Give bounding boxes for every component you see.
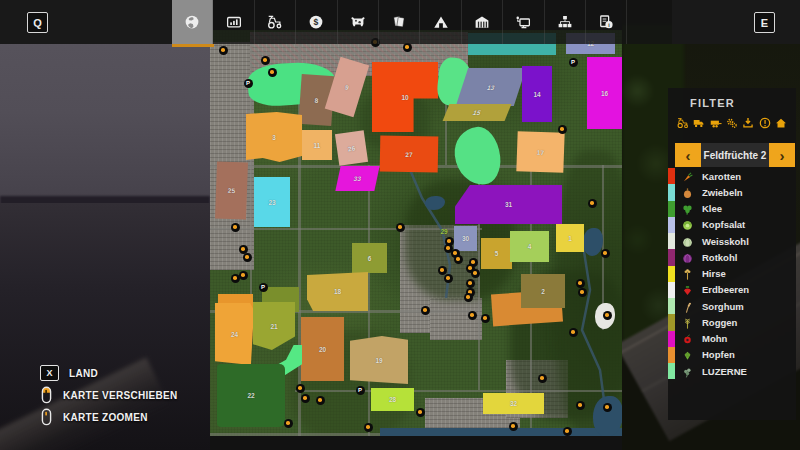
field-16: 16: [587, 57, 622, 129]
map-poi: [466, 279, 475, 288]
tab-statistics[interactable]: [213, 0, 254, 44]
tab-shed[interactable]: [420, 0, 461, 44]
crop-filter-mohn[interactable]: Mohn: [668, 331, 796, 347]
tab-vehicles[interactable]: [255, 0, 296, 44]
crop-filter-karotten[interactable]: Karotten: [668, 168, 796, 184]
hint-karte-zoomen: KARTE ZOOMEN: [40, 406, 178, 428]
field-33: 33: [335, 166, 379, 191]
filter-icon-download[interactable]: [741, 116, 755, 132]
crop-label: Mohn: [702, 333, 727, 344]
onion-icon: [681, 186, 694, 199]
field-11: 11: [302, 130, 332, 160]
field-18: 18: [307, 272, 368, 311]
filter-icon-truck[interactable]: [692, 116, 706, 132]
tab-relations[interactable]: [545, 0, 586, 44]
key-x: X: [40, 365, 59, 381]
tab-finances[interactable]: $: [296, 0, 337, 44]
tab-map[interactable]: [172, 0, 213, 44]
crop-label: Karotten: [702, 171, 741, 182]
field-24: 24: [215, 303, 254, 365]
field-13: 13: [456, 68, 526, 106]
crop-filter-roggen[interactable]: Roggen: [668, 314, 796, 330]
field-5: 5: [481, 238, 512, 269]
selector-label: Feldfrüchte 2: [701, 143, 769, 167]
field-2: 2: [521, 274, 565, 308]
lucerne-icon: [681, 365, 694, 378]
crop-filter-klee[interactable]: Klee: [668, 201, 796, 217]
hint-label: KARTE ZOOMEN: [63, 412, 148, 423]
crop-filter-erdbeeren[interactable]: Erdbeeren: [668, 282, 796, 298]
tab-computer[interactable]: [503, 0, 544, 44]
world-map[interactable]: 8931126101315271214161725233331302965412…: [210, 30, 622, 436]
water: [380, 428, 622, 436]
field-22: 22: [217, 364, 285, 427]
hint-label: LAND: [69, 368, 98, 379]
crop-color-bar: [668, 331, 675, 347]
map-poi: [438, 266, 447, 275]
key-q-button[interactable]: Q: [27, 12, 48, 33]
map-poi: [268, 68, 277, 77]
tab-help-info[interactable]: i: [586, 0, 627, 44]
filter-icon-warning[interactable]: [758, 116, 772, 132]
svg-text:$: $: [314, 17, 319, 27]
tab-contracts[interactable]: [379, 0, 420, 44]
rye-icon: [681, 316, 694, 329]
crop-label: Hopfen: [702, 349, 735, 360]
clover-icon: [681, 202, 694, 215]
map-poi: [576, 279, 585, 288]
map-poi: [301, 394, 310, 403]
crop-filter-kopfsalat[interactable]: Kopfsalat: [668, 217, 796, 233]
crop-filter-hopfen[interactable]: Hopfen: [668, 347, 796, 363]
map-poi: [444, 274, 453, 283]
cabbage_r-icon: [681, 251, 694, 264]
hint-land: XLAND: [40, 362, 178, 384]
field-23: 23: [254, 177, 290, 227]
crop-filter-hirse[interactable]: Hirse: [668, 266, 796, 282]
game-screen: { "topbar": { "left_key": "Q", "right_ke…: [0, 0, 800, 450]
selector-prev-button[interactable]: ‹: [675, 143, 701, 167]
crop-color-bar: [668, 217, 675, 233]
map-poi: [219, 46, 228, 55]
crop-filter-zwiebeln[interactable]: Zwiebeln: [668, 184, 796, 200]
map-poi: [261, 56, 270, 65]
map-poi: [396, 223, 405, 232]
map-poi: [468, 311, 477, 320]
menu-tabs: $i: [172, 0, 627, 44]
field-17: 17: [516, 131, 564, 173]
filter-icon-tractor[interactable]: [676, 116, 690, 132]
crop-color-bar: [668, 184, 675, 200]
hint-karte-verschieben: KARTE VERSCHIEBEN: [40, 384, 178, 406]
map-poi: [578, 288, 587, 297]
carrot-icon: [681, 170, 694, 183]
map-poi: [464, 293, 473, 302]
field-3: 3: [246, 112, 302, 162]
map-poi: [576, 401, 585, 410]
map-poi: [558, 125, 567, 134]
crop-filter-weisskohl[interactable]: Weisskohl: [668, 233, 796, 249]
crop-label: LUZERNE: [702, 366, 747, 377]
filter-icon-trailer[interactable]: [709, 116, 723, 132]
key-e-button[interactable]: E: [754, 12, 775, 33]
tab-animals[interactable]: [338, 0, 379, 44]
map-poi: [231, 223, 240, 232]
selector-next-button[interactable]: ›: [769, 143, 795, 167]
strawberry-icon: [681, 283, 694, 296]
crop-filter-luzerne[interactable]: LUZERNE: [668, 363, 796, 379]
filter-icon-gears[interactable]: [725, 116, 739, 132]
map-poi: [296, 384, 305, 393]
poppy-icon: [681, 332, 694, 345]
map-poi: [538, 374, 547, 383]
filter-icon-house[interactable]: [774, 116, 788, 132]
crop-filter-rotkohl[interactable]: Rotkohl: [668, 249, 796, 265]
crop-label: Weisskohl: [702, 236, 749, 247]
tab-production[interactable]: [462, 0, 503, 44]
field-32: 32: [483, 393, 544, 414]
crop-label: Hirse: [702, 268, 726, 279]
map-poi: P: [569, 58, 578, 67]
field-19: 19: [350, 336, 408, 384]
millet-icon: [681, 267, 694, 280]
crop-color-bar: [668, 347, 675, 363]
crop-color-bar: [668, 168, 675, 184]
crop-color-bar: [668, 298, 675, 314]
crop-filter-sorghum[interactable]: Sorghum: [668, 298, 796, 314]
